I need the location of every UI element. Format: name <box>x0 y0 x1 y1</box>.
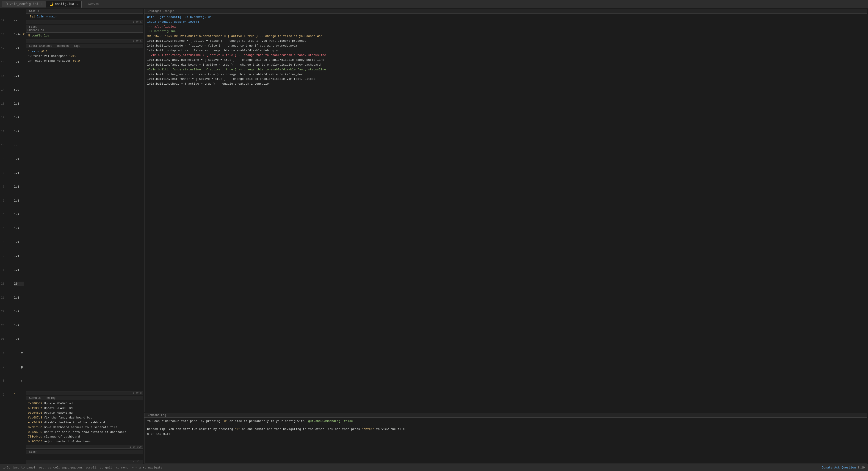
file-icon-lua: 🌙 <box>50 2 54 6</box>
diff-line-7: lvim.builtin.orgmode = { active = false … <box>147 43 864 49</box>
code-line-12: lvi <box>14 115 24 120</box>
code-line-11: lvi <box>14 129 24 134</box>
diff-line-8: lvim.builtin.dap.active = false -- chang… <box>147 49 864 53</box>
commit-8: 703c44cd cleanup of dashboard <box>28 435 141 439</box>
code-line-1: lvi <box>14 268 24 273</box>
line-num-28: 9 <box>1 392 12 397</box>
app-container: 🗒 vale_config.ini ✕ 🌙 config.lua ✕ — Neo… <box>0 0 868 471</box>
branch-name: lvim → main <box>37 15 57 18</box>
command-log-content: You can hide/focus this panel by pressin… <box>145 417 867 463</box>
branch-main: * main ↑0↓1 <box>28 49 141 54</box>
status-panel-content: ↑0↓1 lvim → main <box>26 13 143 20</box>
diff-line-6: lvim.builtin.presence = { active = false… <box>147 39 864 43</box>
code-line-23: lvi <box>14 323 24 328</box>
diff-line-2: index e4dda7b..de8bfb4 100644 <box>147 20 864 25</box>
close-icon-lua[interactable]: ✕ <box>76 2 78 6</box>
file-name: config.lua <box>31 34 49 37</box>
neovim-label: — Neovim <box>85 2 99 6</box>
code-line-p: p <box>14 365 24 369</box>
line-num-24: 24 <box>1 337 12 342</box>
code-line-17: lvi <box>14 46 24 51</box>
line-gutter: 19 18 17 16 15 14 13 12 11 10 9 8 7 6 5 … <box>0 8 13 464</box>
branch-lang: 2w feature/lang-refactor ↑0↓0 <box>28 59 141 64</box>
commits-panel[interactable]: ─Commits - Reflog───────────────────────… <box>26 396 143 449</box>
commit-4: fad687b8 fix the fancy dashboard bug <box>28 415 141 420</box>
cmd-log-line-4: s of the diff <box>147 432 864 437</box>
diff-line-15: lvim.builtin.cheat = { active = true } -… <box>147 82 864 87</box>
line-num-15: 15 <box>1 74 12 78</box>
commit-2: b911303f Update README.md <box>28 406 141 411</box>
branch-feat: 1w feat/lvim-namespace ↑0↓0 <box>28 54 141 59</box>
code-line-24: lvi <box>14 337 24 342</box>
file-status-m: M <box>28 34 30 37</box>
cmd-log-line-1: You can hide/focus this panel by pressin… <box>147 419 864 424</box>
code-line-10: -- <box>14 143 24 148</box>
commit-3: 93cd48c6 Update README.md <box>28 411 141 415</box>
code-line-14: req <box>14 88 24 92</box>
tab-config-lua[interactable]: 🌙 config.lua ✕ <box>46 1 82 7</box>
stash-panel[interactable]: ─Stash──────────────────────────────────… <box>26 450 143 464</box>
right-panel: ─Unstaged Changes───────────────────────… <box>144 8 868 464</box>
line-num-19: 19 <box>1 18 12 23</box>
branches-panel[interactable]: ─Local Branches - Remotes - Tags────────… <box>26 44 143 395</box>
line-num-7: 7 <box>1 185 12 189</box>
status-panel-footer: 1 of 1 <box>26 20 143 24</box>
code-line-v: v <box>14 351 24 355</box>
code-line-13: lvi <box>14 102 24 106</box>
code-line-r: r <box>14 379 24 383</box>
close-icon-ini[interactable]: ✕ <box>41 2 42 6</box>
branches-panel-footer: 1 of 3 <box>26 391 143 395</box>
hint-bar-right: Donate Ask Question 0.29 <box>822 466 865 469</box>
hint-text: 1-5: jump to panel, esc: cancel, pgup/pg… <box>3 466 162 469</box>
diff-line-11: lvim.builtin.fancy_dashboard = { active … <box>147 63 864 67</box>
line-num-6: 6 <box>1 198 12 203</box>
diff-line-10: lvim.builtin.fancy_bufferline = { active… <box>147 58 864 63</box>
commits-panel-header: ─Commits - Reflog───────────────────────… <box>26 396 143 400</box>
tab-label-ini: vale_config.ini <box>10 2 38 6</box>
commits-panel-content: 7a386532 Update README.md b911303f Updat… <box>26 400 143 445</box>
editor-area: 19 18 17 16 15 14 13 12 11 10 9 8 7 6 5 … <box>0 8 868 464</box>
cmd-log-line-3: Random Tip: You can diff two commits by … <box>147 427 864 432</box>
status-panel[interactable]: ─Status─────────────────────────────────… <box>26 9 143 24</box>
code-line-4: lvi <box>14 226 24 231</box>
line-num-2: 2 <box>1 254 12 258</box>
donate-link[interactable]: Donate <box>822 466 833 469</box>
commit-5: ece94d29 disable lualine in alpha dashbo… <box>28 420 141 425</box>
branches-panel-content: * main ↑0↓1 1w feat/lvim-namespace ↑0↓0 … <box>26 49 143 391</box>
diff-line-13: lvim.builtin.lua_dev = { active = true }… <box>147 72 864 77</box>
line-num-22: 22 <box>1 309 12 314</box>
ask-question-link[interactable]: Ask Question <box>834 466 856 469</box>
diff-line-5: @@ -15,9 +15,9 @@ lvim.builtin.persisten… <box>147 34 864 39</box>
tab-vale-config[interactable]: 🗒 vale_config.ini ✕ <box>2 1 45 7</box>
stash-panel-content <box>26 454 143 460</box>
files-panel-header: ─Files - Submodules─────────────────────… <box>26 25 143 33</box>
line-num-18: 18 <box>1 32 12 37</box>
code-line-20: 20 lvi <box>14 282 24 286</box>
files-panel-content: M config.lua <box>26 33 143 39</box>
diff-line-4: +++ b/config.lua <box>147 29 864 34</box>
diff-line-9: -lvim.builtin.fancy_statusline = { activ… <box>147 53 864 58</box>
diff-line-3: --- a/config.lua <box>147 25 864 29</box>
tab-label-lua: config.lua <box>55 2 74 6</box>
line-num-5: 5 <box>1 212 12 217</box>
line-num-20: 20 <box>1 282 12 286</box>
file-icon-ini: 🗒 <box>5 2 8 6</box>
diff-content: diff --git a/config.lua b/config.lua ind… <box>145 13 867 412</box>
code-line-19: -- ==== <box>14 18 24 23</box>
version-number: 0.29 <box>858 466 865 469</box>
code-line-21: lvi <box>14 295 24 300</box>
stash-panel-header: ─Stash──────────────────────────────────… <box>26 450 143 454</box>
line-num-1: 1 <box>1 268 12 273</box>
cmd-log-line-2 <box>147 424 864 427</box>
code-line-5: lvi <box>14 212 24 217</box>
code-line-6: lvi <box>14 198 24 203</box>
tab-bar: 🗒 vale_config.ini ✕ 🌙 config.lua ✕ — Neo… <box>0 0 868 8</box>
line-num-14: 14 <box>1 88 12 92</box>
line-num-26: 7 <box>1 365 12 369</box>
commit-1: 7a386532 Update README.md <box>28 401 141 406</box>
files-panel[interactable]: ─Files - Submodules─────────────────────… <box>26 25 143 43</box>
status-panel-header: ─Status─────────────────────────────────… <box>26 9 143 13</box>
line-num-25: 6 <box>1 351 12 355</box>
line-num-12: 12 <box>1 115 12 120</box>
line-num-4: 4 <box>1 226 12 231</box>
